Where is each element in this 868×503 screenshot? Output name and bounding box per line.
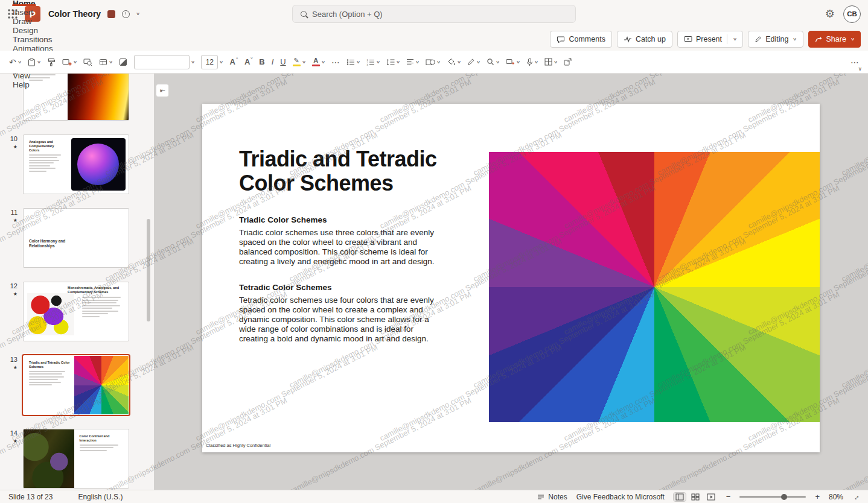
slide-title-textbox[interactable]: Triadic and Tetradic Color Schemes bbox=[239, 147, 493, 196]
zoom-out-icon[interactable]: − bbox=[726, 492, 731, 501]
search-input[interactable] bbox=[312, 10, 567, 19]
color-wheel-image[interactable] bbox=[489, 152, 820, 422]
feedback-link[interactable]: Give Feedback to Microsoft bbox=[576, 493, 665, 501]
avatar[interactable]: CB bbox=[843, 5, 861, 23]
animation-star-icon: ★ bbox=[13, 291, 18, 297]
find[interactable]: ∨ bbox=[483, 54, 502, 71]
tab-help[interactable]: Help bbox=[5, 80, 37, 89]
present-button[interactable]: Present ∨ bbox=[677, 31, 743, 48]
shape-outline-icon bbox=[467, 58, 475, 66]
numbering[interactable]: 123∨ bbox=[363, 54, 383, 71]
share-button[interactable]: Share ∨ bbox=[808, 31, 861, 48]
slide-thumbnail-13[interactable]: Triadic and Tetradic Color Schemes bbox=[23, 355, 129, 415]
italic[interactable]: I bbox=[269, 54, 277, 71]
line-spacing-icon bbox=[386, 59, 395, 66]
slide-thumbnail-11[interactable]: Color Harmony and Relationships bbox=[23, 208, 129, 268]
shape-outline[interactable]: ∨ bbox=[464, 54, 483, 71]
catch-up-button[interactable]: Catch up bbox=[617, 31, 672, 48]
notes-button[interactable]: Notes bbox=[537, 493, 567, 501]
zoom-level[interactable]: 80% bbox=[829, 493, 843, 501]
text-highlight-color-chevron-icon: ∨ bbox=[302, 60, 306, 65]
more-font-options[interactable]: ⋯ bbox=[328, 54, 343, 71]
zoom-slider-thumb[interactable] bbox=[781, 494, 787, 500]
decrease-font-size[interactable]: Aˇ bbox=[241, 54, 255, 71]
slide-thumbnail-panel: 9★10★Analogous and Complementary Colors1… bbox=[0, 74, 154, 490]
font-name-combobox[interactable] bbox=[134, 55, 190, 69]
shape-outline-chevron-icon: ∨ bbox=[476, 60, 480, 65]
notes-icon bbox=[537, 494, 544, 500]
tab-insert[interactable]: Insert bbox=[5, 8, 41, 17]
line-spacing[interactable]: ∨ bbox=[383, 54, 403, 71]
search-icon bbox=[301, 11, 307, 17]
history-icon[interactable] bbox=[122, 10, 130, 18]
italic-icon: I bbox=[272, 58, 274, 66]
format-painter[interactable] bbox=[44, 54, 59, 71]
new-slide[interactable]: ∨ bbox=[59, 54, 80, 71]
paste-icon bbox=[28, 58, 36, 66]
paste[interactable]: ∨ bbox=[25, 54, 43, 71]
present-chevron-icon[interactable]: ∨ bbox=[733, 37, 737, 42]
fit-to-window-icon[interactable]: ↔ bbox=[850, 491, 861, 502]
font-color[interactable]: A∨ bbox=[309, 54, 328, 71]
table[interactable]: ∨ bbox=[541, 54, 560, 71]
tab-draw[interactable]: Draw bbox=[5, 17, 40, 26]
dictate[interactable]: ∨ bbox=[523, 54, 541, 71]
comments-icon bbox=[557, 36, 565, 43]
animation-star-icon: ★ bbox=[13, 218, 18, 223]
ribbon-tab-row: FileHomeInsertDrawDesignTransitionsAnima… bbox=[0, 28, 868, 51]
tab-design[interactable]: Design bbox=[5, 26, 46, 35]
collapse-pane-icon[interactable]: ⇤ bbox=[156, 84, 169, 97]
search-bar[interactable] bbox=[292, 5, 576, 23]
tab-transitions[interactable]: Transitions bbox=[5, 35, 60, 44]
zoom-in-icon[interactable]: + bbox=[815, 492, 820, 501]
reuse-slides[interactable] bbox=[80, 54, 95, 71]
comments-button[interactable]: Comments bbox=[550, 31, 611, 48]
text-highlight-color[interactable]: ✎∨ bbox=[290, 54, 308, 71]
pop-out[interactable] bbox=[561, 54, 575, 71]
shape-fill[interactable]: ∨ bbox=[444, 54, 464, 71]
bold[interactable]: B bbox=[256, 54, 267, 71]
increase-font-size-icon: Aˆ bbox=[229, 57, 237, 66]
bullets[interactable]: ∨ bbox=[343, 54, 363, 71]
align-text[interactable]: ∨ bbox=[403, 54, 422, 71]
settings-gear-icon[interactable]: ⚙ bbox=[825, 7, 835, 21]
slideshow-view-icon[interactable] bbox=[705, 493, 717, 501]
slide-13[interactable]: Triadic and Tetradic Color Schemes Triad… bbox=[202, 104, 820, 452]
underline[interactable]: U bbox=[277, 54, 289, 71]
collapse-ribbon-chevron-icon[interactable]: ∨ bbox=[858, 66, 862, 72]
align-text-icon bbox=[406, 59, 414, 65]
title-menu-chevron-icon[interactable]: ∨ bbox=[136, 11, 140, 16]
line-spacing-chevron-icon: ∨ bbox=[396, 60, 400, 65]
bullets-icon bbox=[346, 59, 355, 66]
slide-thumbnail-14[interactable]: Color Contrast and Interaction bbox=[23, 429, 129, 489]
language-status[interactable]: English (U.S.) bbox=[78, 493, 123, 501]
slide-thumbnail-10[interactable]: Analogous and Complementary Colors bbox=[23, 134, 129, 194]
undo[interactable]: ↶∨ bbox=[6, 54, 24, 71]
designer[interactable] bbox=[116, 54, 130, 71]
shapes[interactable]: ∨ bbox=[423, 54, 443, 71]
design-ideas[interactable]: ∨ bbox=[503, 54, 523, 71]
numbering-chevron-icon: ∨ bbox=[376, 60, 380, 65]
slide-body-textbox[interactable]: Triadic Color Schemes Triadic color sche… bbox=[239, 215, 443, 360]
font-size-combobox[interactable]: 12 bbox=[201, 55, 218, 69]
font-size[interactable]: 12∨ bbox=[198, 54, 226, 71]
font-name[interactable]: ∨ bbox=[131, 54, 197, 71]
layout-chevron-icon: ∨ bbox=[109, 60, 113, 65]
sensitivity-label-icon[interactable] bbox=[107, 10, 115, 18]
tetradic-paragraph: Tetradic color schemes use four colors t… bbox=[239, 296, 443, 344]
thumbnail-scrollbar[interactable] bbox=[147, 219, 150, 321]
powerpoint-app: P Color Theory ∨ ⚙ CB FileHomeInsertDraw… bbox=[0, 0, 868, 503]
editing-mode-button[interactable]: Editing ∨ bbox=[748, 31, 803, 48]
increase-font-size[interactable]: Aˆ bbox=[226, 54, 240, 71]
thumbnail-row-10: 10★Analogous and Complementary Colors bbox=[0, 134, 154, 194]
slide-thumbnail-12[interactable]: Monochromatic, Analogous, and Complement… bbox=[23, 282, 129, 341]
tab-home[interactable]: Home bbox=[5, 0, 43, 8]
zoom-slider[interactable] bbox=[739, 496, 806, 498]
layout[interactable]: ∨ bbox=[96, 54, 115, 71]
numbering-icon: 123 bbox=[366, 59, 375, 66]
slide-sorter-view-icon[interactable] bbox=[689, 493, 701, 501]
normal-view-icon[interactable] bbox=[674, 493, 686, 501]
slide-number: 12 bbox=[10, 282, 18, 289]
find-icon bbox=[487, 58, 494, 66]
triadic-paragraph: Triadic color schemes use three colors t… bbox=[239, 228, 443, 267]
